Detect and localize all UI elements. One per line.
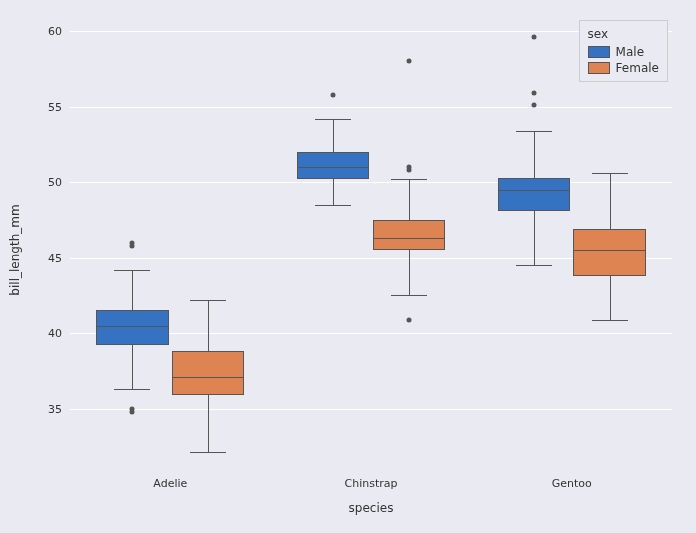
legend: sex MaleFemale — [579, 20, 668, 82]
whisker — [132, 270, 133, 311]
legend-label: Female — [616, 61, 659, 75]
outlier-point — [531, 103, 536, 108]
box — [297, 152, 369, 179]
whisker-cap — [516, 131, 552, 132]
legend-entry: Male — [588, 45, 659, 59]
gridline — [70, 107, 672, 108]
gridline — [70, 182, 672, 183]
outlier-point — [406, 165, 411, 170]
box — [498, 178, 570, 211]
y-tick-label: 50 — [48, 176, 70, 189]
legend-label: Male — [616, 45, 644, 59]
whisker-cap — [114, 389, 150, 390]
whisker — [208, 395, 209, 452]
whisker-cap — [592, 173, 628, 174]
y-axis-label: bill_length_mm — [8, 190, 22, 310]
median-line — [373, 238, 445, 239]
outlier-point — [331, 92, 336, 97]
whisker-cap — [391, 295, 427, 296]
outlier-point — [406, 317, 411, 322]
outlier-point — [130, 240, 135, 245]
x-tick-label: Gentoo — [552, 469, 592, 490]
x-tick-label: Chinstrap — [345, 469, 398, 490]
outlier-point — [130, 406, 135, 411]
whisker-cap — [190, 300, 226, 301]
y-tick-label: 60 — [48, 25, 70, 38]
chart-frame: 354045505560AdelieChinstrapGentoo bill_l… — [0, 0, 696, 533]
whisker — [534, 211, 535, 265]
whisker-cap — [315, 119, 351, 120]
legend-swatch — [588, 62, 610, 74]
whisker-cap — [516, 265, 552, 266]
box — [373, 220, 445, 250]
median-line — [573, 250, 645, 251]
whisker — [610, 173, 611, 229]
whisker-cap — [315, 205, 351, 206]
outlier-point — [406, 59, 411, 64]
box — [172, 351, 244, 395]
whisker-cap — [391, 179, 427, 180]
median-line — [172, 377, 244, 378]
outlier-point — [531, 35, 536, 40]
whisker — [208, 300, 209, 351]
whisker — [534, 131, 535, 178]
median-line — [297, 167, 369, 168]
box — [573, 229, 645, 276]
gridline — [70, 409, 672, 410]
whisker — [409, 179, 410, 220]
y-tick-label: 55 — [48, 100, 70, 113]
whisker — [132, 345, 133, 389]
x-axis-label: species — [349, 501, 394, 515]
legend-entry: Female — [588, 61, 659, 75]
whisker — [333, 119, 334, 152]
plot-area: 354045505560AdelieChinstrapGentoo — [70, 16, 672, 469]
whisker-cap — [114, 270, 150, 271]
whisker — [333, 179, 334, 205]
x-tick-label: Adelie — [153, 469, 187, 490]
outlier-point — [531, 91, 536, 96]
median-line — [96, 326, 168, 327]
legend-title: sex — [588, 27, 659, 41]
legend-swatch — [588, 46, 610, 58]
median-line — [498, 190, 570, 191]
y-tick-label: 40 — [48, 327, 70, 340]
whisker — [409, 250, 410, 295]
whisker-cap — [190, 452, 226, 453]
whisker-cap — [592, 320, 628, 321]
whisker — [610, 276, 611, 320]
y-tick-label: 35 — [48, 402, 70, 415]
box — [96, 310, 168, 345]
y-tick-label: 45 — [48, 251, 70, 264]
